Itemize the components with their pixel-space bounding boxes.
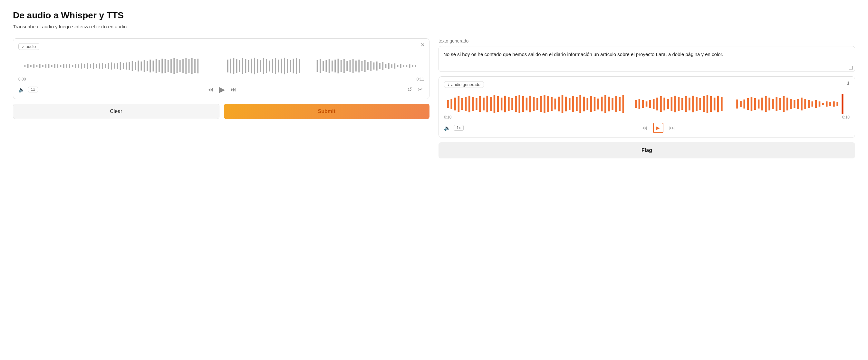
svg-rect-183 [678,97,680,111]
svg-rect-54 [182,59,184,73]
svg-rect-130 [479,96,481,112]
svg-rect-31 [114,63,115,69]
svg-rect-174 [646,101,648,106]
fast-forward-button[interactable]: ⏭ [229,85,238,94]
svg-rect-180 [667,99,669,109]
svg-rect-214 [801,98,803,110]
svg-rect-126 [465,97,467,111]
svg-rect-29 [108,63,109,69]
svg-rect-5 [36,65,38,67]
svg-rect-84 [299,59,300,73]
svg-rect-213 [797,99,799,109]
svg-rect-170 [622,95,624,113]
svg-rect-191 [707,95,709,113]
svg-rect-42 [147,61,148,71]
volume-icon: 🔈 [19,87,25,93]
output-playback-controls: ⏮ ▶ ⏭ [467,123,849,133]
svg-rect-6 [39,64,40,68]
svg-rect-171 [635,100,637,108]
rewind-button[interactable]: ⏮ [206,85,215,94]
svg-rect-202 [758,99,760,108]
svg-rect-131 [483,98,485,110]
svg-rect-32 [117,63,118,69]
svg-rect-71 [260,60,261,72]
svg-rect-13 [60,65,62,67]
right-panel: texto generado No sé si hoy os he contad… [438,38,855,158]
audio-output-waveform [444,94,849,114]
svg-rect-179 [663,98,665,110]
svg-rect-151 [555,99,556,109]
svg-rect-56 [188,59,190,73]
svg-rect-48 [165,59,166,73]
svg-rect-28 [105,64,106,68]
left-panel: ♪ audio ✕ [13,38,430,119]
trim-button[interactable]: ✂ [416,85,424,94]
svg-rect-150 [551,97,553,111]
svg-rect-108 [385,64,386,68]
svg-rect-36 [129,62,130,70]
svg-rect-149 [547,96,549,112]
svg-rect-137 [504,96,506,112]
svg-rect-23 [90,64,91,68]
svg-rect-197 [740,101,742,107]
flag-button[interactable]: Flag [438,142,855,158]
time-display: 0:00 0:11 [19,77,424,81]
svg-rect-164 [601,97,603,111]
svg-rect-19 [78,64,79,68]
svg-rect-78 [281,59,282,73]
svg-rect-59 [197,59,198,73]
svg-rect-62 [233,58,235,74]
submit-button[interactable]: Submit [224,104,430,119]
text-output-label: texto generado [438,38,855,43]
speed-badge[interactable]: 1x [28,87,38,92]
svg-rect-187 [692,96,694,112]
time-start: 0:00 [19,77,26,81]
svg-rect-198 [743,99,745,108]
svg-rect-113 [400,64,401,68]
svg-rect-166 [608,97,610,111]
svg-rect-76 [275,58,276,74]
svg-rect-7 [42,65,43,67]
speed-badge-2[interactable]: 1x [454,125,464,131]
svg-rect-81 [290,60,291,72]
svg-rect-34 [123,63,124,69]
reset-button[interactable]: ↺ [406,85,413,94]
svg-rect-14 [63,64,64,68]
svg-rect-83 [296,58,297,74]
svg-rect-140 [515,96,517,112]
clear-button[interactable]: Clear [13,104,219,119]
download-button[interactable]: ⬇ [846,80,850,87]
svg-rect-89 [329,59,330,73]
output-rewind-button[interactable]: ⏮ [640,123,649,133]
svg-rect-123 [454,98,456,110]
svg-rect-30 [111,62,112,70]
svg-rect-49 [167,60,169,72]
output-fast-forward-button[interactable]: ⏭ [668,123,676,133]
svg-rect-52 [177,59,178,73]
playback-controls: ⏮ ▶ ⏭ [41,85,403,94]
music-note-icon-2: ♪ [447,82,450,87]
svg-rect-67 [248,60,249,72]
svg-rect-212 [794,100,796,108]
audio-time-start: 0:10 [444,115,452,120]
svg-rect-192 [710,96,712,112]
svg-rect-141 [519,95,520,113]
svg-rect-116 [409,64,410,68]
output-play-button[interactable]: ▶ [653,123,663,133]
svg-rect-37 [132,61,133,71]
svg-rect-58 [194,59,195,73]
svg-rect-185 [685,96,687,112]
svg-rect-169 [619,97,621,111]
page-subtitle: Transcribe el audio y luego sintetiza el… [13,24,855,29]
play-button[interactable]: ▶ [219,85,225,94]
svg-rect-146 [536,98,538,110]
svg-rect-221 [826,101,828,106]
svg-rect-65 [242,58,243,74]
svg-rect-40 [141,62,142,70]
close-button[interactable]: ✕ [421,42,425,48]
svg-rect-190 [703,96,705,112]
svg-rect-156 [572,96,574,112]
svg-rect-109 [388,63,390,69]
svg-rect-122 [451,99,453,109]
svg-rect-93 [341,60,342,72]
